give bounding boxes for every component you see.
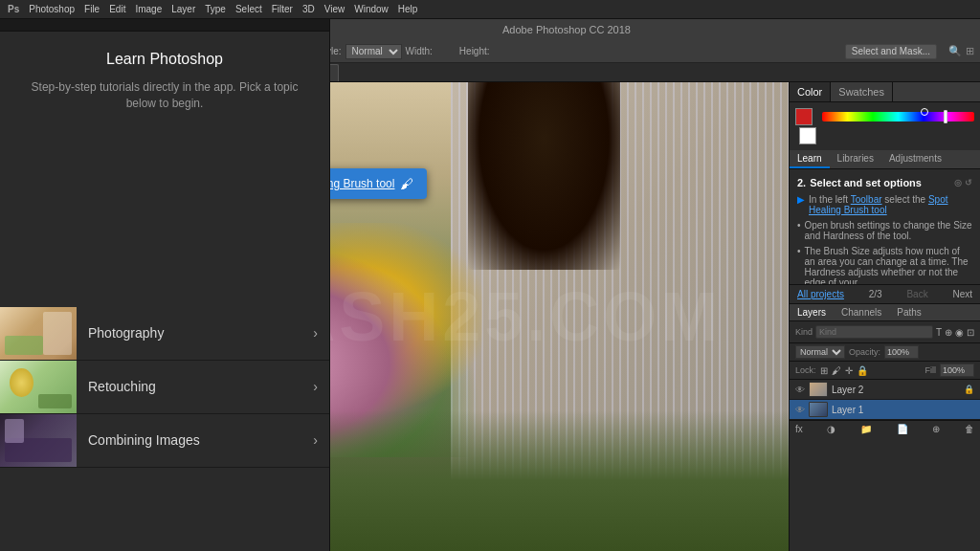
adjustments-tab[interactable]: Adjustments — [881, 150, 949, 168]
panels-icon[interactable]: ⊞ — [966, 45, 974, 57]
retouching-arrow-icon: › — [313, 379, 329, 394]
photography-thumb-image — [0, 307, 77, 360]
menu-filter[interactable]: Filter — [272, 4, 293, 14]
delete-layer-icon[interactable]: 🗑 — [965, 424, 974, 434]
retouching-label: Retouching — [77, 379, 313, 394]
lock-image-icon[interactable]: 🖌 — [832, 365, 841, 376]
color-tab[interactable]: Color — [790, 82, 831, 101]
learn-item-retouching[interactable]: Retouching › — [0, 361, 329, 414]
color-panel-header: Color Swatches — [790, 82, 980, 102]
opacity-label: Opacity: — [849, 347, 880, 357]
right-panel: Color Swatches — [789, 82, 980, 551]
combining-label: Combining Images — [77, 432, 313, 448]
menu-view[interactable]: View — [324, 4, 345, 14]
layers-footer: fx ◑ 📁 📄 ⊕ 🗑 — [790, 420, 980, 437]
all-projects-link[interactable]: All projects — [797, 289, 844, 299]
menu-3d[interactable]: 3D — [302, 4, 315, 14]
step-2-text: Open brush settings to change the Size a… — [805, 220, 972, 241]
hue-strip[interactable] — [822, 112, 974, 121]
color-gradient-container — [822, 108, 974, 121]
color-picker-section — [790, 102, 980, 150]
new-layer-group-icon[interactable]: 📁 — [860, 424, 872, 434]
layer-filter-icon[interactable]: ⊕ — [945, 327, 952, 338]
layer-2-lock-icon: 🔒 — [964, 385, 974, 394]
new-fill-adjustment-icon[interactable]: ◑ — [827, 424, 835, 434]
menu-image[interactable]: Image — [135, 4, 162, 14]
layer-1-name: Layer 1 — [832, 405, 974, 415]
retouching-thumbnail — [0, 361, 77, 413]
menu-type[interactable]: Type — [205, 4, 226, 14]
foreground-color-panel[interactable] — [795, 108, 813, 125]
bullet-icon-2: • — [797, 246, 801, 284]
layer-2-thumb — [809, 382, 828, 397]
layers-search[interactable] — [815, 325, 933, 339]
style-select[interactable]: Normal — [345, 44, 402, 59]
step-title: 2. Select and set options ◎ ↺ — [797, 177, 972, 188]
fx-icon[interactable]: fx — [795, 424, 803, 434]
swatches-tab[interactable]: Swatches — [831, 82, 893, 101]
search-icon[interactable]: 🔍 — [948, 45, 962, 57]
combining-arrow-icon: › — [313, 432, 329, 448]
layer-toggle[interactable]: ⊡ — [967, 327, 974, 338]
step-1-text: In the left Toolbar select the Spot Heal… — [809, 194, 972, 215]
menu-layer[interactable]: Layer — [171, 4, 195, 14]
color-boxes-panel — [795, 108, 816, 144]
step-title-text: Select and set options — [810, 177, 922, 188]
paths-tab[interactable]: Paths — [889, 304, 929, 320]
layer-1-visibility-icon[interactable]: 👁 — [795, 405, 805, 415]
fill-input[interactable] — [940, 364, 974, 377]
layer-item-2[interactable]: 👁 Layer 2 🔒 — [790, 380, 980, 400]
lock-position-icon[interactable]: ✛ — [845, 365, 853, 376]
menu-select[interactable]: Select — [235, 4, 262, 14]
layer-visibility-filter[interactable]: ◉ — [955, 327, 964, 338]
step-progress: 2/3 — [869, 289, 882, 299]
opacity-input[interactable] — [884, 345, 919, 359]
background-color-panel[interactable] — [799, 127, 816, 144]
learn-tab[interactable]: Learn — [790, 150, 830, 168]
menu-photoshop[interactable]: Photoshop — [29, 4, 75, 14]
step-2: • Open brush settings to change the Size… — [797, 220, 972, 241]
menu-help[interactable]: Help — [398, 4, 418, 14]
learn-item-photography[interactable]: Photography › — [0, 307, 329, 361]
toolbar-link[interactable]: Toolbar — [851, 194, 882, 205]
layer-2-visibility-icon[interactable]: 👁 — [795, 385, 805, 395]
learn-tabs: Learn Libraries Adjustments — [790, 150, 980, 169]
step-arrow-icon: ▶ — [797, 194, 805, 215]
lock-all-icon[interactable]: 🔒 — [857, 365, 868, 376]
lock-transparent-icon[interactable]: ⊞ — [820, 365, 828, 376]
back-button[interactable]: Back — [906, 289, 927, 299]
select-mask-button[interactable]: Select and Mask... — [845, 44, 937, 59]
layers-controls: Kind T ⊕ ◉ ⊡ — [790, 321, 980, 343]
menu-file[interactable]: File — [84, 4, 100, 14]
next-button[interactable]: Next — [952, 289, 972, 299]
layer-2-name: Layer 2 — [832, 385, 960, 395]
menu-edit[interactable]: Edit — [109, 4, 125, 14]
photography-arrow-icon: › — [313, 325, 329, 341]
add-mask-icon[interactable]: ⊕ — [932, 424, 940, 434]
layers-tab[interactable]: Layers — [790, 304, 834, 320]
hue-indicator[interactable] — [944, 110, 947, 123]
step-3-text: The Brush Size adjusts how much of an ar… — [805, 246, 972, 284]
layers-panel: Layers Channels Paths Kind T ⊕ ◉ ⊡ Norma… — [790, 303, 980, 437]
layer-item-1[interactable]: 👁 Layer 1 — [790, 400, 980, 420]
learn-section: Learn Libraries Adjustments 2. Select an… — [790, 150, 980, 303]
combining-thumb-image — [0, 414, 77, 467]
ps-logo: Ps — [8, 4, 19, 14]
libraries-tab[interactable]: Libraries — [830, 150, 881, 168]
menu-window[interactable]: Window — [354, 4, 389, 14]
blend-mode-select[interactable]: Normal — [795, 345, 845, 359]
layers-props: Normal Opacity: — [790, 343, 980, 362]
step-controls: ◎ ↺ — [954, 178, 972, 187]
lock-row: Lock: ⊞ 🖌 ✛ 🔒 Fill — [790, 362, 980, 380]
step-content: 2. Select and set options ◎ ↺ ▶ In the l… — [790, 169, 980, 284]
layer-1-thumb — [809, 402, 828, 417]
height-label: Height: — [459, 46, 490, 56]
learn-item-combining[interactable]: Combining Images › — [0, 414, 329, 468]
width-label: Width: — [406, 46, 433, 56]
color-panel: Color Swatches — [790, 82, 980, 150]
step-3: • The Brush Size adjusts how much of an … — [797, 246, 972, 284]
fill-label: Fill — [925, 365, 937, 375]
channels-tab[interactable]: Channels — [834, 304, 889, 320]
new-layer-icon[interactable]: 📄 — [897, 424, 908, 434]
layer-options-icon[interactable]: T — [936, 327, 942, 338]
